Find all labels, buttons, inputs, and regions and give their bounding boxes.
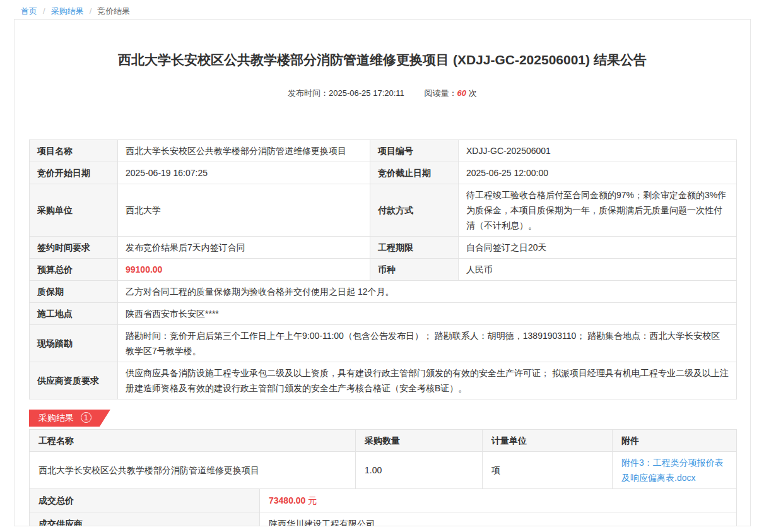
table-row: 签约时间要求 发布竞价结果后7天内签订合同 工程期限 自合同签订之日20天 xyxy=(30,237,737,259)
breadcrumb-separator: / xyxy=(90,6,92,16)
view-count: 阅读量：60次 xyxy=(424,88,476,98)
field-label: 币种 xyxy=(370,259,459,281)
field-value: 发布竞价结果后7天内签订合同 xyxy=(118,237,370,259)
field-label: 项目名称 xyxy=(30,140,118,162)
breadcrumb-section-link[interactable]: 采购结果 xyxy=(51,6,84,16)
field-label: 成交供应商 xyxy=(30,512,260,527)
table-row: 采购单位 西北大学 付款方式 待工程竣工验收合格后付至合同金额的97%；剩余审定… xyxy=(30,184,737,237)
project-info-table: 项目名称 西北大学长安校区公共教学楼部分消防管道维修更换项目 项目编号 XDJJ… xyxy=(29,139,737,399)
column-header: 工程名称 xyxy=(30,430,356,452)
field-value: 踏勘时间：竞价开启后第三个工作日上午上午9:00-11:00（包含公告发布日）；… xyxy=(118,325,737,362)
publish-time: 发布时间：2025-06-25 17:20:11 xyxy=(288,88,404,98)
field-label: 付款方式 xyxy=(370,184,459,237)
quantity-cell: 1.00 xyxy=(356,452,483,489)
field-value: XDJJ-GC-202506001 xyxy=(459,140,737,162)
table-header-row: 工程名称 采购数量 计量单位 附件 xyxy=(30,430,737,452)
field-value: 2025-06-19 16:07:25 xyxy=(118,162,370,184)
deal-total-amount: 73480.00 xyxy=(269,495,305,505)
result-summary-table: 成交总价 73480.00 元 成交供应商 陕西华川建设工程有限公司 xyxy=(29,488,737,526)
page: 首页/采购结果/竞价结果 西北大学长安校区公共教学楼部分消防管道维修更换项目 (… xyxy=(0,0,764,532)
field-label: 成交总价 xyxy=(30,489,260,512)
table-row: 西北大学长安校区公共教学楼部分消防管道维修更换项目 1.00 项 附件3：工程类… xyxy=(30,452,737,489)
announcement-card: 西北大学长安校区公共教学楼部分消防管道维修更换项目 (XDJJ-GC-20250… xyxy=(14,19,751,526)
table-row: 项目名称 西北大学长安校区公共教学楼部分消防管道维修更换项目 项目编号 XDJJ… xyxy=(30,140,737,162)
column-header: 附件 xyxy=(613,430,737,452)
column-header: 计量单位 xyxy=(483,430,613,452)
field-label: 工程期限 xyxy=(370,237,459,259)
attachment-link[interactable]: 附件3：工程类分项报价表及响应偏离表.docx xyxy=(621,458,724,483)
field-label: 现场踏勘 xyxy=(30,325,118,362)
field-label: 预算总价 xyxy=(30,259,118,281)
field-label: 质保期 xyxy=(30,281,118,303)
breadcrumb-current: 竞价结果 xyxy=(97,6,130,16)
field-value: 2025-06-25 12:00:00 xyxy=(459,162,737,184)
unit-cell: 项 xyxy=(483,452,613,489)
procurement-result-tab: 采购结果 1 xyxy=(29,410,110,427)
announcement-meta: 发布时间：2025-06-25 17:20:11 阅读量：60次 xyxy=(15,88,750,99)
field-value: 西北大学 xyxy=(118,184,370,237)
field-value: 乙方对合同工程的质量保修期为验收合格并交付使用之日起 12个月。 xyxy=(118,281,737,303)
deal-total-cell: 73480.00 元 xyxy=(260,489,737,512)
table-row: 现场踏勘 踏勘时间：竞价开启后第三个工作日上午上午9:00-11:00（包含公告… xyxy=(30,325,737,362)
table-row: 成交总价 73480.00 元 xyxy=(30,489,737,512)
supplier-cell: 陕西华川建设工程有限公司 xyxy=(260,512,737,527)
field-value: 供应商应具备消防设施工程专业承包二级及以上资质，具有建设行政主管部门颁发的有效的… xyxy=(118,362,737,399)
breadcrumb-separator: / xyxy=(43,6,45,16)
breadcrumb-home-link[interactable]: 首页 xyxy=(21,6,37,16)
field-label: 项目编号 xyxy=(370,140,459,162)
field-value: 陕西省西安市长安区**** xyxy=(118,303,737,325)
field-label: 施工地点 xyxy=(30,303,118,325)
deal-total-unit: 元 xyxy=(308,495,317,505)
field-value: 待工程竣工验收合格后付至合同金额的97%；剩余审定金额的3%作为质保金，本项目质… xyxy=(459,184,737,237)
procurement-result-table: 工程名称 采购数量 计量单位 附件 西北大学长安校区公共教学楼部分消防管道维修更… xyxy=(29,429,737,489)
table-row: 供应商资质要求 供应商应具备消防设施工程专业承包二级及以上资质，具有建设行政主管… xyxy=(30,362,737,399)
table-row: 成交供应商 陕西华川建设工程有限公司 xyxy=(30,512,737,527)
tab-label: 采购结果 xyxy=(38,413,74,423)
column-header: 采购数量 xyxy=(356,430,483,452)
field-value: 人民币 xyxy=(459,259,737,281)
field-value: 自合同签订之日20天 xyxy=(459,237,737,259)
field-label: 采购单位 xyxy=(30,184,118,237)
field-label: 供应商资质要求 xyxy=(30,362,118,399)
field-label: 竞价开始日期 xyxy=(30,162,118,184)
field-label: 竞价截止日期 xyxy=(370,162,459,184)
breadcrumb: 首页/采购结果/竞价结果 xyxy=(0,0,764,15)
budget-total-value: 99100.00 xyxy=(118,259,370,281)
field-label: 签约时间要求 xyxy=(30,237,118,259)
table-row: 施工地点 陕西省西安市长安区**** xyxy=(30,303,737,325)
field-value: 西北大学长安校区公共教学楼部分消防管道维修更换项目 xyxy=(118,140,370,162)
table-row: 质保期 乙方对合同工程的质量保修期为验收合格并交付使用之日起 12个月。 xyxy=(30,281,737,303)
attachment-cell: 附件3：工程类分项报价表及响应偏离表.docx xyxy=(613,452,737,489)
count-badge: 1 xyxy=(81,412,91,423)
table-row: 竞价开始日期 2025-06-19 16:07:25 竞价截止日期 2025-0… xyxy=(30,162,737,184)
table-row: 预算总价 99100.00 币种 人民币 xyxy=(30,259,737,281)
page-title: 西北大学长安校区公共教学楼部分消防管道维修更换项目 (XDJJ-GC-20250… xyxy=(43,51,722,69)
project-name-cell: 西北大学长安校区公共教学楼部分消防管道维修更换项目 xyxy=(30,452,356,489)
